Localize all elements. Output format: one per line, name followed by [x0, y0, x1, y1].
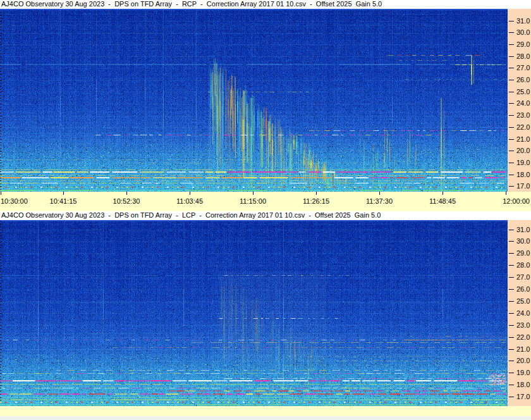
- plot-row-rcp: 31.030.029.028.027.026.025.024.023.022.0…: [0, 9, 531, 192]
- freq-tick: 20.0: [509, 147, 530, 154]
- freq-tick-label: 22.0: [516, 334, 530, 341]
- freq-tick: 31.0: [509, 18, 530, 25]
- freq-tick-mark: [509, 253, 514, 254]
- freq-tick-label: 20.0: [516, 147, 530, 154]
- freq-tick: 23.0: [509, 322, 530, 329]
- freq-tick-mark: [509, 337, 514, 338]
- freq-tick-label: 28.0: [516, 53, 530, 60]
- freq-tick: 26.0: [509, 286, 530, 293]
- freq-tick: 21.0: [509, 136, 530, 143]
- time-tick-mark: [316, 192, 317, 195]
- freq-tick-mark: [509, 289, 514, 290]
- freq-tick: 21.0: [509, 346, 530, 353]
- freq-tick-label: 23.0: [516, 112, 530, 119]
- window-footer: [0, 416, 531, 420]
- freq-tick: 23.0: [509, 112, 530, 119]
- time-tick-label: 11:03:45: [176, 197, 203, 205]
- freq-tick-label: 26.0: [516, 77, 530, 83]
- freq-tick: 17.0: [509, 183, 530, 190]
- freq-tick-mark: [509, 241, 514, 242]
- freq-tick-mark: [509, 361, 514, 361]
- freq-tick-label: 17.0: [516, 393, 530, 400]
- freq-tick-label: 25.0: [516, 298, 530, 305]
- freq-tick-mark: [509, 373, 514, 373]
- spectrogram-rcp[interactable]: [0, 9, 508, 192]
- freq-tick-mark: [509, 313, 514, 314]
- time-tick-label: 11:26:15: [303, 197, 329, 205]
- freq-tick-label: 30.0: [516, 29, 530, 36]
- freq-tick-mark: [509, 265, 514, 266]
- freq-tick: 29.0: [509, 250, 530, 257]
- freq-tick: 19.0: [509, 159, 530, 166]
- freq-tick: 24.0: [509, 310, 530, 317]
- freq-tick: 28.0: [509, 262, 530, 269]
- freq-tick: 22.0: [509, 334, 530, 341]
- freq-tick-mark: [509, 186, 514, 187]
- time-tick-mark: [126, 192, 127, 195]
- freq-tick: 30.0: [509, 29, 530, 36]
- freq-tick-label: 30.0: [516, 238, 530, 245]
- time-tick-mark: [442, 192, 443, 195]
- freq-tick-label: 28.0: [516, 262, 530, 269]
- freq-tick-mark: [509, 163, 514, 163]
- freq-tick-mark: [509, 139, 514, 140]
- freq-tick-mark: [509, 44, 514, 45]
- freq-tick-mark: [509, 301, 514, 302]
- freq-tick-mark: [509, 56, 514, 57]
- freq-tick-mark: [509, 385, 514, 385]
- spectrogram-lcp[interactable]: [0, 220, 508, 406]
- freq-tick-label: 18.0: [516, 381, 530, 388]
- freq-tick-label: 27.0: [516, 65, 530, 71]
- time-tick-mark: [1, 192, 1, 195]
- time-tick-mark: [190, 192, 190, 195]
- time-tick-label: 11:48:45: [429, 197, 456, 205]
- freq-tick-mark: [509, 277, 514, 278]
- freq-tick: 29.0: [509, 41, 530, 48]
- frequency-axis-rcp: 31.030.029.028.027.026.025.024.023.022.0…: [508, 9, 531, 192]
- freq-tick-mark: [509, 127, 514, 128]
- plot-row-lcp: 31.030.029.028.027.026.025.024.023.022.0…: [0, 220, 531, 406]
- freq-tick-mark: [509, 325, 514, 326]
- panel-title-rcp: AJ4CO Observatory 30 Aug 2023 - DPS on T…: [0, 0, 531, 9]
- freq-tick: 19.0: [509, 369, 530, 376]
- freq-tick-label: 31.0: [516, 226, 530, 233]
- freq-tick: 25.0: [509, 298, 530, 305]
- time-tick-label: 11:15:00: [240, 197, 266, 205]
- freq-tick-mark: [509, 349, 514, 350]
- freq-tick-label: 21.0: [516, 346, 530, 353]
- freq-tick-label: 20.0: [516, 357, 530, 364]
- freq-tick-mark: [509, 230, 514, 230]
- time-tick-label: 10:30:00: [1, 197, 28, 205]
- time-tick-mark: [63, 192, 64, 195]
- freq-tick: 24.0: [509, 100, 530, 107]
- time-tick-label: 11:37:30: [366, 197, 393, 205]
- freq-tick-label: 24.0: [516, 310, 530, 317]
- time-axis-lcp-cropped: [0, 406, 531, 416]
- freq-tick: 18.0: [509, 171, 530, 178]
- time-tick-label: 10:52:30: [113, 197, 140, 205]
- time-tick-mark: [253, 192, 253, 195]
- freq-tick: 26.0: [509, 77, 530, 83]
- freq-tick-mark: [509, 80, 514, 80]
- freq-tick-mark: [509, 68, 514, 68]
- freq-tick: 30.0: [509, 238, 530, 245]
- freq-tick-label: 24.0: [516, 100, 530, 107]
- freq-tick: 25.0: [509, 89, 530, 96]
- freq-tick-label: 17.0: [516, 183, 530, 190]
- freq-tick-mark: [509, 103, 514, 104]
- freq-tick: 22.0: [509, 124, 530, 131]
- freq-tick-label: 19.0: [516, 159, 530, 166]
- freq-tick-label: 29.0: [516, 250, 530, 257]
- time-tick-label: 12:00:00: [503, 197, 530, 205]
- freq-tick-label: 29.0: [516, 41, 530, 48]
- freq-tick: 17.0: [509, 393, 530, 400]
- freq-tick-mark: [509, 115, 514, 116]
- freq-tick: 20.0: [509, 357, 530, 364]
- freq-tick-label: 27.0: [516, 274, 530, 281]
- freq-tick: 31.0: [509, 226, 530, 233]
- freq-tick-mark: [509, 32, 514, 33]
- freq-tick-label: 25.0: [516, 89, 530, 96]
- freq-tick-mark: [509, 397, 514, 397]
- freq-tick: 27.0: [509, 274, 530, 281]
- freq-tick: 28.0: [509, 53, 530, 60]
